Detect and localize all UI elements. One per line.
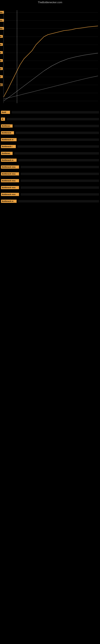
- result-badge-9: Bottleneck resu: [1, 166, 19, 169]
- result-badge-7: Bottlenec: [1, 152, 13, 155]
- result-text-13: [21, 193, 99, 196]
- result-text-7: [14, 152, 99, 154]
- result-row-13: Bottleneck resu: [1, 193, 99, 196]
- svg-text:B: B: [0, 68, 1, 70]
- result-row-3: Bottlenec: [1, 124, 99, 128]
- main-chart: Bo Bc B4 B B E B B E E: [0, 4, 100, 107]
- result-text-9: [21, 166, 99, 168]
- svg-rect-0: [0, 4, 100, 107]
- result-row-1: Bottl: [1, 111, 99, 114]
- results-section: Bottl B Bottlenec Bottleneck: [0, 110, 100, 492]
- result-badge-14: Bottleneck re: [1, 200, 17, 203]
- result-row-14: Bottleneck re: [1, 200, 99, 203]
- result-badge-5: Bottleneck re: [1, 138, 17, 141]
- site-title: TheBottlenecker.com: [0, 1, 100, 4]
- result-row-8: Bottleneck re: [1, 158, 99, 162]
- result-badge-12: Bottleneck resu: [1, 186, 19, 189]
- result-text-8: [18, 159, 99, 162]
- result-badge-11: Bottleneck resu: [1, 179, 19, 182]
- svg-text:E: E: [0, 76, 1, 78]
- result-text-2: [7, 118, 99, 120]
- result-row-2: B: [1, 118, 99, 121]
- svg-text:E: E: [0, 52, 1, 54]
- svg-text:B: B: [0, 44, 1, 46]
- result-text-12: [21, 186, 99, 189]
- svg-text:B: B: [0, 60, 1, 62]
- result-badge-1: Bottl: [1, 111, 10, 114]
- result-row-9: Bottleneck resu: [1, 166, 99, 169]
- result-row-11: Bottleneck resu: [1, 179, 99, 182]
- result-row-12: Bottleneck resu: [1, 186, 99, 189]
- result-badge-10: Bottleneck resu: [1, 172, 19, 176]
- svg-text:E: E: [0, 84, 1, 86]
- result-row-10: Bottleneck resu: [1, 172, 99, 176]
- result-badge-4: Bottleneck: [1, 131, 14, 134]
- result-badge-8: Bottleneck re: [1, 158, 17, 162]
- result-text-11: [21, 180, 99, 182]
- svg-text:B4: B4: [0, 28, 2, 30]
- svg-text:B: B: [0, 36, 1, 38]
- result-text-5: [18, 138, 99, 141]
- result-row-5: Bottleneck re: [1, 138, 99, 141]
- result-text-4: [16, 132, 99, 134]
- result-text-10: [21, 173, 99, 175]
- result-row-4: Bottleneck: [1, 131, 99, 134]
- result-badge-3: Bottlenec: [1, 124, 13, 128]
- svg-text:Bo: Bo: [0, 12, 2, 14]
- result-text-6: [17, 145, 99, 148]
- result-badge-13: Bottleneck resu: [1, 193, 19, 196]
- result-row-6: Bottleneck r: [1, 145, 99, 148]
- result-row-7: Bottlenec: [1, 152, 99, 155]
- result-text-3: [14, 125, 99, 127]
- result-badge-2: B: [1, 118, 5, 121]
- result-text-1: [12, 111, 99, 114]
- result-text-14: [18, 200, 99, 202]
- result-badge-6: Bottleneck r: [1, 145, 16, 148]
- svg-text:Bc: Bc: [0, 20, 2, 22]
